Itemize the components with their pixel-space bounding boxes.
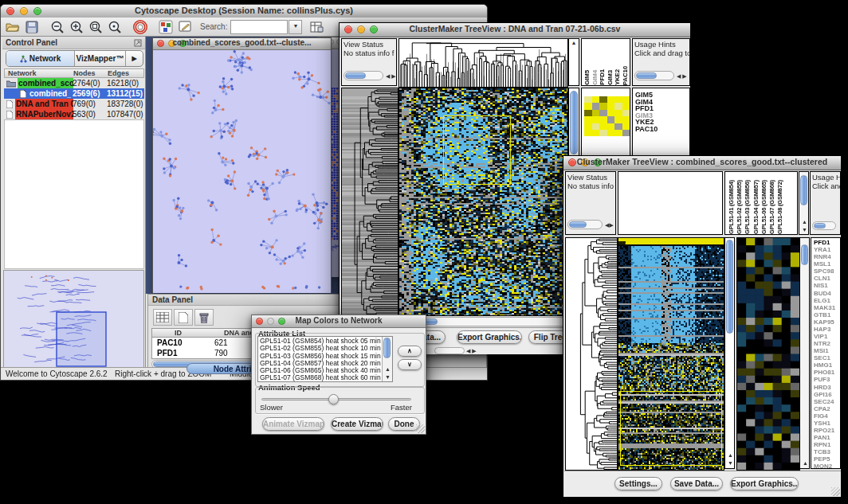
gene-label[interactable]: CPA2 xyxy=(814,405,840,412)
network-row-combined-sco-selected[interactable]: combined_sco 2569(6) 13112(15) xyxy=(4,88,144,99)
zoom-selected-icon[interactable] xyxy=(87,19,104,35)
gene-label[interactable]: TCB3 xyxy=(814,448,840,455)
network-view-window[interactable]: combined_scores_good.txt--cluste... xyxy=(152,37,332,293)
scrollbar-thumb[interactable] xyxy=(569,221,587,228)
gene-label[interactable]: NTR2 xyxy=(814,340,840,347)
column-label[interactable]: GPL51-08 (GSM872) xyxy=(776,180,784,234)
attribute-list-item[interactable]: GPL51-07 (GSM868) heat shock 60 min xyxy=(260,374,392,381)
matrix-cell[interactable] xyxy=(622,103,630,109)
gene-label[interactable]: SEC24 xyxy=(814,398,840,405)
treeview1-row-dendrogram[interactable] xyxy=(341,88,398,316)
network-view-titlebar[interactable]: combined_scores_good.txt--cluste... xyxy=(153,38,331,50)
gene-label[interactable]: YRA1 xyxy=(814,246,840,253)
gene-label[interactable]: RNR4 xyxy=(814,253,840,260)
save-button[interactable] xyxy=(23,19,41,35)
treeview1-zoom-matrix[interactable] xyxy=(584,96,630,136)
vizmapper-icon[interactable] xyxy=(157,19,175,35)
resize-grip[interactable] xyxy=(831,487,840,496)
column-label[interactable]: GPL51-04 (GSM857) xyxy=(752,180,760,234)
scroll-up-icon[interactable]: ▲ xyxy=(569,39,579,47)
delete-attribute-trash-icon[interactable] xyxy=(194,309,214,326)
matrix-cell[interactable] xyxy=(622,96,630,103)
column-label[interactable]: GIM3 xyxy=(607,70,614,85)
speed-slider-thumb[interactable] xyxy=(328,394,339,404)
treeview2-global-heatmap[interactable] xyxy=(618,237,724,471)
matrix-cell[interactable] xyxy=(614,123,622,130)
attribute-browser-icon[interactable] xyxy=(308,19,326,35)
usage-hscrollbar[interactable] xyxy=(634,71,674,80)
zoom-scroll-stub[interactable] xyxy=(434,347,465,354)
scroll-arrows-icon[interactable]: ▲▼ xyxy=(385,365,391,381)
zoom-in-icon[interactable] xyxy=(68,19,85,35)
scrollbar-thumb[interactable] xyxy=(383,338,391,358)
matrix-cell[interactable] xyxy=(584,103,592,109)
scrollbar-thumb[interactable] xyxy=(726,240,733,334)
network-row-rnapuber[interactable]: RNAPuberNov2+ 563(0) 107847(0) xyxy=(4,109,144,119)
gene-label[interactable]: RPO21 xyxy=(814,427,840,434)
column-dendro-scroll-strip[interactable]: ▲ xyxy=(568,38,579,86)
table-mode-icon[interactable] xyxy=(153,309,172,326)
column-label[interactable]: GPL51-02 (GSM855) xyxy=(736,180,744,234)
matrix-cell[interactable] xyxy=(592,103,600,109)
matrix-cell[interactable] xyxy=(607,96,615,103)
column-label[interactable]: GPL51-07 (GSM868) xyxy=(768,180,776,234)
gene-label[interactable]: VIP1 xyxy=(814,333,840,340)
treeview2-row-dendrogram[interactable] xyxy=(565,237,618,471)
tab-vizmapper[interactable]: VizMapper™ xyxy=(75,51,126,66)
search-dropdown-button[interactable]: ▼ xyxy=(289,20,302,34)
matrix-cell[interactable] xyxy=(599,103,607,109)
matrix-cell[interactable] xyxy=(614,130,622,136)
gene-label[interactable]: BUD4 xyxy=(814,290,840,297)
treeview2-zoom-heatmap[interactable] xyxy=(736,237,800,471)
status-hscrollbar[interactable] xyxy=(567,220,603,229)
matrix-cell[interactable] xyxy=(614,103,622,109)
network-row-combined-scores[interactable]: combined_scores 2764(0) 16218(0) xyxy=(4,78,144,88)
matrix-cell[interactable] xyxy=(607,103,615,109)
treeview1-column-dendrogram[interactable] xyxy=(398,38,568,88)
annotation-icon[interactable] xyxy=(176,19,194,35)
zoom-out-icon[interactable] xyxy=(49,19,66,35)
matrix-cell[interactable] xyxy=(622,110,630,116)
matrix-cell[interactable] xyxy=(592,123,600,130)
gene-label[interactable]: KAP95 xyxy=(814,318,840,326)
treeview2-vscrollbar[interactable]: ▲▼ xyxy=(724,237,735,469)
status-hscrollbar[interactable] xyxy=(344,71,383,80)
scroll-arrows-icon[interactable]: ◀ ▶ xyxy=(466,347,477,355)
matrix-cell[interactable] xyxy=(592,116,600,123)
treeview1-global-heatmap[interactable] xyxy=(398,88,568,316)
matrix-cell[interactable] xyxy=(599,116,607,123)
matrix-cell[interactable] xyxy=(584,130,592,136)
treeview2-column-dendro-area[interactable] xyxy=(618,171,723,235)
matrix-cell[interactable] xyxy=(592,96,600,103)
genelist-vscrollbar[interactable]: ▲ xyxy=(799,237,810,469)
gene-label[interactable]: PFD1 xyxy=(814,239,840,246)
settings-button[interactable]: Settings... xyxy=(614,477,662,490)
column-label[interactable]: YKE2 xyxy=(614,69,622,85)
network-row-dna-tran[interactable]: DNA and Tran 07 769(0) 183728(0) xyxy=(4,99,144,109)
matrix-cell[interactable] xyxy=(622,116,630,123)
matrix-cell[interactable] xyxy=(592,110,600,116)
gene-label[interactable]: YSH1 xyxy=(814,420,840,427)
help-lifering-icon[interactable] xyxy=(132,19,149,35)
column-label[interactable]: PAC10 xyxy=(622,66,630,85)
done-button[interactable]: Done xyxy=(388,417,420,431)
gene-label[interactable]: HRD3 xyxy=(814,384,840,391)
matrix-cell[interactable] xyxy=(622,130,630,136)
move-up-button[interactable]: ∧ xyxy=(398,346,422,357)
animate-vizmap-button[interactable]: Animate Vizmap xyxy=(262,417,324,431)
matrix-cell[interactable] xyxy=(599,110,607,116)
gene-label[interactable]: PEP5 xyxy=(814,455,840,463)
scrollbar-thumb[interactable] xyxy=(801,244,808,265)
matrix-cell[interactable] xyxy=(607,123,615,130)
gene-label[interactable]: RPN1 xyxy=(814,441,840,448)
matrix-cell[interactable] xyxy=(584,116,592,123)
scroll-arrows-icon[interactable]: ▲▼ xyxy=(728,451,733,467)
usage-hscrollbar[interactable] xyxy=(812,221,836,230)
treeview1-titlebar[interactable]: ClusterMaker TreeView : DNA and Tran 07-… xyxy=(340,23,690,37)
scroll-left-icon[interactable]: ◀ ▶ xyxy=(386,72,396,80)
scroll-up-icon[interactable]: ▲ xyxy=(803,459,808,467)
matrix-cell[interactable] xyxy=(584,96,592,103)
search-input[interactable] xyxy=(230,20,288,34)
column-label[interactable]: GPL51-01 (GSM854) xyxy=(728,180,736,234)
gene-label[interactable]: FIG4 xyxy=(814,412,840,420)
